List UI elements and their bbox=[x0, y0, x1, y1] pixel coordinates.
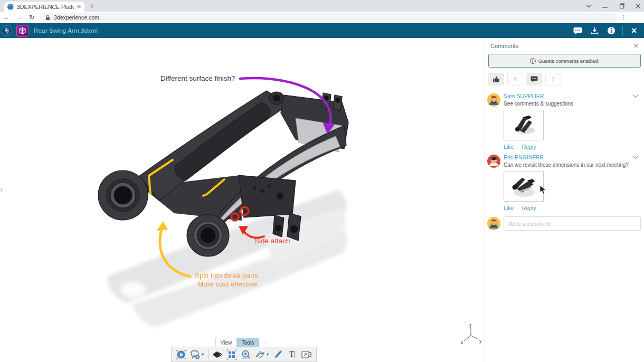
window-close-icon[interactable] bbox=[635, 3, 641, 9]
guests-banner: i Guests comments enabled. bbox=[488, 54, 641, 68]
window-controls bbox=[586, 0, 641, 12]
action-separator: · bbox=[517, 144, 519, 150]
info-icon[interactable] bbox=[605, 25, 617, 36]
comment-thumbnail[interactable] bbox=[504, 110, 544, 140]
pencil-icon[interactable] bbox=[271, 348, 285, 361]
browser-toolbar: ← → ↻ 3dexperience.com ⋮ bbox=[0, 12, 644, 23]
comments-panel-title: Comments bbox=[490, 43, 518, 49]
tab-title: 3DEXPERIENCE Platform bbox=[17, 4, 74, 10]
browser-tab[interactable]: 3DEXPERIENCE Platform ✕ bbox=[4, 2, 84, 12]
model-display-icon[interactable] bbox=[225, 348, 239, 361]
annotation-surface-finish: Different surface finish? bbox=[160, 74, 235, 82]
comment-item: Eric ENGINEER Can we revisit these dimen… bbox=[485, 150, 644, 211]
axis-z-label: z bbox=[469, 323, 471, 328]
banner-info-icon: i bbox=[530, 58, 536, 64]
annotation-split-1: Split into three parts. bbox=[195, 272, 260, 280]
like-stat-button[interactable] bbox=[488, 73, 504, 85]
collapse-chevron-icon[interactable] bbox=[632, 155, 639, 159]
avatar-current-user bbox=[487, 217, 500, 230]
comment-text: See comments & suggestions bbox=[504, 101, 639, 107]
document-title: Rear Swing Arm.3dxml bbox=[34, 27, 98, 34]
comment-bubble-icon bbox=[531, 76, 538, 82]
panel-expand-chevron-icon[interactable]: › bbox=[0, 185, 3, 194]
thumbs-up-icon bbox=[493, 75, 500, 83]
add-comment-icon[interactable]: ▼ bbox=[188, 348, 206, 361]
section-icon[interactable]: ▼ bbox=[253, 348, 271, 361]
comments-toggle-icon[interactable] bbox=[572, 25, 583, 36]
banner-text: Guests comments enabled. bbox=[538, 58, 600, 64]
comment-item: Sam SUPPLIER See comments & suggestions … bbox=[485, 89, 644, 150]
comments-panel: Comments ✕ i Guests comments enabled. 0 … bbox=[485, 38, 644, 362]
comment-author[interactable]: Eric ENGINEER bbox=[504, 154, 639, 160]
reload-icon[interactable]: ↻ bbox=[25, 14, 38, 21]
annotation-side-attach: Side attach bbox=[254, 237, 290, 245]
back-icon[interactable]: ← bbox=[0, 14, 13, 21]
tab-view[interactable]: View bbox=[215, 338, 237, 347]
avatar-eric bbox=[487, 155, 500, 168]
url-text: 3dexperience.com bbox=[54, 14, 99, 21]
reply-link[interactable]: Reply bbox=[522, 205, 536, 211]
browser-menu-icon[interactable]: ⋮ bbox=[621, 14, 627, 21]
axis-x-label: x bbox=[461, 340, 463, 345]
comment-text: Can we revisit these dimensions in our n… bbox=[504, 162, 639, 168]
app-tile-cube-icon[interactable] bbox=[16, 25, 29, 37]
tab-close-icon[interactable]: ✕ bbox=[77, 4, 81, 9]
axis-y-label: y bbox=[479, 338, 482, 344]
write-comment-input[interactable] bbox=[504, 216, 641, 231]
visibility-eye-icon[interactable] bbox=[211, 348, 224, 361]
appbar-divider bbox=[622, 26, 623, 35]
turntable-play-icon[interactable] bbox=[174, 348, 188, 361]
viewer-toolbox: View Tools ♡ ▼ bbox=[171, 338, 317, 362]
capture-2d-icon[interactable] bbox=[300, 348, 314, 361]
like-link[interactable]: Like bbox=[504, 205, 514, 211]
comments-stat-button[interactable] bbox=[526, 73, 542, 85]
close-viewer-icon[interactable]: ✕ bbox=[628, 25, 640, 36]
3d-viewer-canvas[interactable]: Different surface finish? Side attach Sp… bbox=[0, 38, 485, 362]
maximize-icon[interactable] bbox=[619, 3, 624, 9]
avatar-sam bbox=[487, 93, 500, 107]
address-bar[interactable]: 3dexperience.com bbox=[40, 13, 617, 22]
text-icon[interactable]: T| bbox=[286, 348, 299, 361]
measure-icon[interactable] bbox=[239, 348, 253, 361]
comment-thumbnail[interactable] bbox=[504, 171, 544, 202]
likes-count: 0 bbox=[507, 73, 523, 85]
tab-tools[interactable]: Tools bbox=[237, 338, 259, 347]
new-tab-button[interactable]: + bbox=[90, 2, 94, 10]
download-icon[interactable] bbox=[589, 25, 600, 36]
tab-search-chevron-icon[interactable] bbox=[586, 4, 592, 8]
annotation-split-2: More cost effective. bbox=[197, 280, 259, 288]
browser-tabstrip: 3DEXPERIENCE Platform ✕ + bbox=[0, 0, 644, 12]
compass-logo-icon[interactable] bbox=[1, 25, 13, 36]
lock-icon bbox=[45, 15, 50, 21]
like-link[interactable]: Like bbox=[504, 144, 514, 150]
axis-triad: z x y bbox=[460, 323, 482, 346]
browser-window: 3DEXPERIENCE Platform ✕ + ← → ↻ 3dexperi… bbox=[0, 0, 644, 362]
comments-panel-close-icon[interactable]: ✕ bbox=[633, 42, 639, 50]
collapse-chevron-icon[interactable] bbox=[632, 94, 639, 98]
favorite-heart-icon[interactable]: ♡ bbox=[262, 339, 268, 346]
toolbar-divider bbox=[208, 349, 209, 360]
reply-link[interactable]: Reply bbox=[522, 144, 536, 150]
3d-model-scene: Different surface finish? Side attach Sp… bbox=[0, 38, 485, 362]
comment-author[interactable]: Sam SUPPLIER bbox=[504, 93, 639, 99]
forward-icon[interactable]: → bbox=[13, 14, 25, 21]
comments-count: 2 bbox=[545, 73, 561, 85]
minimize-icon[interactable] bbox=[602, 3, 608, 9]
action-separator: · bbox=[517, 205, 519, 211]
app-bar: Rear Swing Arm.3dxml ✕ bbox=[0, 23, 644, 38]
tab-favicon-icon bbox=[7, 4, 14, 10]
comment-composer bbox=[485, 211, 644, 231]
